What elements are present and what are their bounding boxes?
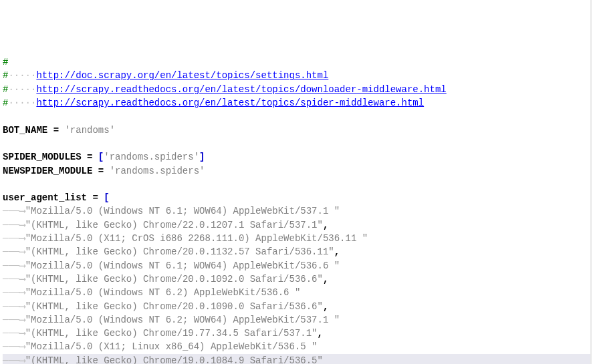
token-comment-dot: ····· (8, 84, 36, 95)
code-line[interactable]: # (3, 55, 590, 69)
token-ident: BOT_NAME (3, 125, 47, 136)
token-plain (92, 166, 98, 176)
token-plain (47, 125, 53, 136)
token-bracket: [ (98, 152, 104, 162)
code-line[interactable] (3, 110, 590, 123)
token-bracket: [ (104, 192, 109, 203)
token-string: "(KHTML, like Gecko) Chrome/20.0.1090.0 … (25, 301, 323, 312)
code-line[interactable]: ───⟶"(KHTML, like Gecko) Chrome/19.0.108… (3, 354, 590, 364)
token-comment: # (3, 57, 8, 67)
token-tab-arrow: ───⟶ (3, 328, 25, 339)
code-line[interactable]: user_agent_list = [ (3, 191, 590, 204)
token-string: "Mozilla/5.0 (Windows NT 6.1; WOW64) App… (25, 260, 340, 271)
token-string: "(KHTML, like Gecko) Chrome/20.0.1092.0 … (25, 274, 323, 285)
token-comment-dot: ····· (8, 70, 36, 81)
token-tab-arrow: ───⟶ (3, 220, 25, 230)
token-plain (104, 166, 109, 176)
code-line[interactable]: #·····http://scrapy.readthedocs.org/en/l… (3, 96, 590, 110)
code-editor[interactable]: ##·····http://doc.scrapy.org/en/latest/t… (3, 55, 590, 364)
token-plain (82, 152, 87, 162)
code-line[interactable]: SPIDER_MODULES = ['randoms.spiders'] (3, 150, 590, 164)
token-op: , (323, 274, 328, 285)
token-op: , (334, 246, 340, 257)
token-plain (92, 152, 98, 162)
code-line[interactable]: BOT_NAME = 'randoms' (3, 124, 590, 137)
code-line[interactable]: ───⟶"(KHTML, like Gecko) Chrome/20.0.109… (3, 272, 590, 286)
token-op: = (53, 125, 59, 136)
token-string: "Mozilla/5.0 (X11; CrOS i686 2268.111.0)… (25, 233, 368, 244)
token-string: 'randoms.spiders' (104, 152, 199, 162)
code-line[interactable]: ───⟶"Mozilla/5.0 (Windows NT 6.1; WOW64)… (3, 259, 590, 272)
code-line[interactable]: ───⟶"(KHTML, like Gecko) Chrome/20.0.113… (3, 245, 590, 258)
token-plain (98, 192, 104, 203)
code-line[interactable]: ───⟶"(KHTML, like Gecko) Chrome/20.0.109… (3, 300, 590, 313)
token-string: "Mozilla/5.0 (Windows NT 6.2; WOW64) App… (25, 315, 340, 325)
token-link: http://doc.scrapy.org/en/latest/topics/s… (36, 70, 328, 81)
token-link: http://scrapy.readthedocs.org/en/latest/… (36, 84, 446, 95)
token-tab-arrow: ───⟶ (3, 287, 25, 298)
token-op: , (323, 220, 328, 230)
token-tab-arrow: ───⟶ (3, 355, 25, 364)
code-line[interactable] (3, 137, 590, 150)
token-string: "(KHTML, like Gecko) Chrome/19.77.34.5 S… (25, 328, 318, 339)
token-tab-arrow: ───⟶ (3, 246, 25, 257)
token-string: "(KHTML, like Gecko) Chrome/22.0.1207.1 … (25, 220, 323, 230)
token-string: "Mozilla/5.0 (Windows NT 6.1; WOW64) App… (25, 206, 340, 216)
token-tab-arrow: ───⟶ (3, 274, 25, 285)
token-string: 'randoms.spiders' (110, 166, 205, 176)
token-ident: user_agent_list (3, 192, 87, 203)
token-op: , (318, 328, 323, 339)
token-op: = (92, 192, 98, 203)
token-tab-arrow: ───⟶ (3, 206, 25, 216)
code-line[interactable]: ───⟶"Mozilla/5.0 (Windows NT 6.1; WOW64)… (3, 204, 590, 218)
code-line[interactable]: NEWSPIDER_MODULE = 'randoms.spiders' (3, 164, 590, 178)
token-op: , (323, 301, 328, 312)
token-string: "Mozilla/5.0 (Windows NT 6.2) AppleWebKi… (25, 287, 301, 298)
token-tab-arrow: ───⟶ (3, 341, 25, 352)
token-op: = (98, 166, 104, 176)
code-line[interactable] (3, 178, 590, 191)
token-tab-arrow: ───⟶ (3, 301, 25, 312)
code-line[interactable]: #·····http://doc.scrapy.org/en/latest/to… (3, 69, 590, 82)
token-ident: NEWSPIDER_MODULE (3, 166, 92, 176)
right-margin-ruler (590, 0, 592, 364)
code-line[interactable]: ───⟶"Mozilla/5.0 (X11; CrOS i686 2268.11… (3, 232, 590, 245)
code-line[interactable]: ───⟶"Mozilla/5.0 (X11; Linux x86_64) App… (3, 340, 590, 353)
token-string: "(KHTML, like Gecko) Chrome/20.0.1132.57… (25, 246, 334, 257)
token-tab-arrow: ───⟶ (3, 233, 25, 244)
token-bracket: ] (199, 152, 205, 162)
token-comment-dot: ····· (8, 98, 36, 108)
token-ident: SPIDER_MODULES (3, 152, 82, 162)
token-string: 'randoms' (64, 125, 115, 136)
token-string: "(KHTML, like Gecko) Chrome/19.0.1084.9 … (25, 355, 323, 364)
code-line[interactable]: ───⟶"Mozilla/5.0 (Windows NT 6.2; WOW64)… (3, 313, 590, 327)
code-line[interactable]: ───⟶"(KHTML, like Gecko) Chrome/22.0.120… (3, 218, 590, 232)
code-line[interactable]: ───⟶"(KHTML, like Gecko) Chrome/19.77.34… (3, 327, 590, 340)
token-string: "Mozilla/5.0 (X11; Linux x86_64) AppleWe… (25, 341, 318, 352)
token-tab-arrow: ───⟶ (3, 315, 25, 325)
code-line[interactable]: #·····http://scrapy.readthedocs.org/en/l… (3, 83, 590, 96)
code-line[interactable]: ───⟶"Mozilla/5.0 (Windows NT 6.2) AppleW… (3, 286, 590, 299)
token-link: http://scrapy.readthedocs.org/en/latest/… (36, 98, 424, 108)
token-tab-arrow: ───⟶ (3, 260, 25, 271)
